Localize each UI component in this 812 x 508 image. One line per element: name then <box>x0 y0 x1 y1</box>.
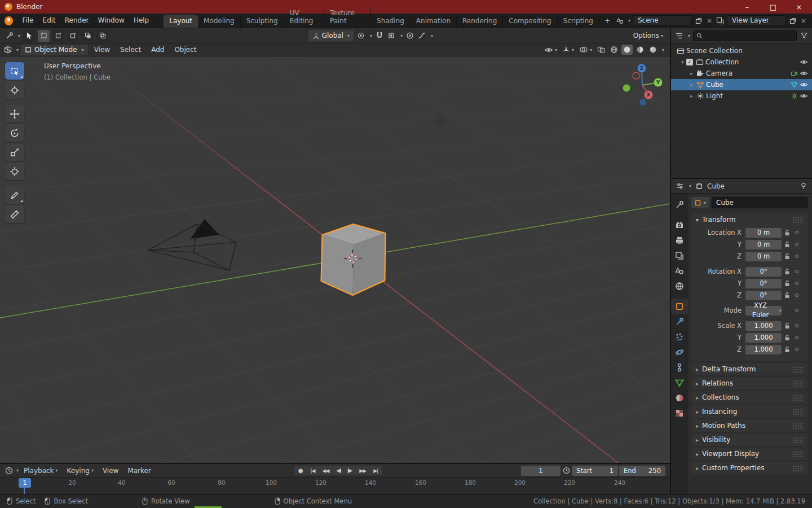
keyframe-dot[interactable] <box>795 282 798 285</box>
location-x-field[interactable]: 0 m <box>745 228 782 238</box>
tab-material[interactable] <box>671 390 688 405</box>
add-workspace-button[interactable]: + <box>599 15 615 28</box>
lock-icon[interactable] <box>782 268 793 275</box>
menu-view[interactable]: View <box>90 46 114 54</box>
row-cube[interactable]: ▸ Cube <box>671 79 812 90</box>
gizmos-dropdown[interactable]: ▾ <box>561 45 576 55</box>
xray-toggle[interactable] <box>595 45 607 54</box>
maximize-button[interactable]: □ <box>760 0 786 14</box>
rotation-y-field[interactable]: 0° <box>745 279 782 288</box>
tab-animation[interactable]: Animation <box>411 15 457 28</box>
tab-modeling[interactable]: Modeling <box>198 15 241 28</box>
tab-shading[interactable]: Shading <box>371 15 411 28</box>
panel-header[interactable]: Relations <box>691 377 807 389</box>
menu-object[interactable]: Object <box>170 46 200 54</box>
eye-icon[interactable] <box>799 80 809 89</box>
rotation-z-field[interactable]: 0° <box>745 291 782 300</box>
tab-rendering[interactable]: Rendering <box>457 15 503 28</box>
blender-menu-icon[interactable] <box>5 16 13 25</box>
transform-tool[interactable] <box>5 163 24 180</box>
menu-keying[interactable]: Keying▾ <box>63 467 98 475</box>
transform-panel-header[interactable]: Transform <box>691 213 807 226</box>
tab-tool[interactable] <box>671 197 688 212</box>
eye-icon[interactable] <box>799 69 809 78</box>
frame-start-field[interactable]: Start 1 <box>572 466 618 476</box>
cube-object[interactable] <box>321 224 386 295</box>
keyframe-dot[interactable] <box>795 270 798 273</box>
keyframe-dot[interactable] <box>795 294 798 297</box>
panel-grip[interactable] <box>793 380 803 387</box>
tab-constraints[interactable] <box>671 360 688 375</box>
mode-dropdown[interactable]: Object Mode ▾ <box>21 45 88 55</box>
filter-icon[interactable] <box>800 31 809 40</box>
tab-compositing[interactable]: Compositing <box>503 15 557 28</box>
tab-output[interactable] <box>671 233 688 248</box>
menu-select[interactable]: Select <box>116 46 145 54</box>
object-visibility-dropdown[interactable]: ▾ <box>542 46 559 54</box>
object-id-dropdown[interactable]: ▾ <box>691 197 709 208</box>
tab-object[interactable] <box>671 299 688 314</box>
rotation-x-field[interactable]: 0° <box>745 267 782 277</box>
timeline-ruler[interactable]: 20 40 60 80 100 120 140 160 180 200 220 … <box>0 478 670 494</box>
next-keyframe-button[interactable]: ▶▶ <box>356 467 369 474</box>
menu-playback[interactable]: Playback▾ <box>20 467 62 475</box>
location-z-field[interactable]: 0 m <box>745 252 782 261</box>
tab-modifiers[interactable] <box>671 314 688 329</box>
tab-layout[interactable]: Layout <box>164 15 198 28</box>
row-scene-collection[interactable]: Scene Collection <box>671 45 812 56</box>
axis-x-negative-ball[interactable] <box>633 72 639 79</box>
menu-window[interactable]: Window <box>94 14 129 28</box>
tab-render[interactable] <box>671 217 688 233</box>
panel-grip[interactable] <box>793 395 803 401</box>
titlebar[interactable]: Blender – □ × <box>0 0 812 14</box>
jump-to-end-button[interactable]: ▶| <box>370 467 381 474</box>
panel-header[interactable]: Custom Properties <box>691 462 807 474</box>
keyframe-dot[interactable] <box>795 348 798 351</box>
select-mode-extend-button[interactable] <box>52 30 64 42</box>
lock-icon[interactable] <box>782 241 793 248</box>
scale-z-field[interactable]: 1.000 <box>745 345 782 354</box>
keyframe-dot[interactable] <box>795 231 798 234</box>
expander-icon[interactable]: ▸ <box>688 82 695 87</box>
proportional-falloff-icon[interactable] <box>417 31 426 40</box>
remove-view-layer-button[interactable]: × <box>800 17 807 25</box>
lock-icon[interactable] <box>782 280 793 287</box>
snap-magnet-icon[interactable] <box>375 31 384 40</box>
eye-icon[interactable] <box>799 91 809 100</box>
expander-icon[interactable]: ▾ <box>679 59 686 65</box>
axis-z-negative-ball[interactable] <box>639 99 646 106</box>
tab-physics[interactable] <box>671 344 688 360</box>
panel-header[interactable]: Collections <box>691 391 807 404</box>
tab-uv-editing[interactable]: UV Editing <box>284 7 324 28</box>
expander-icon[interactable]: ▸ <box>688 93 695 99</box>
panel-header[interactable]: Viewport Display <box>691 448 807 460</box>
active-tool-icon[interactable] <box>23 30 35 42</box>
measure-tool[interactable] <box>5 205 24 223</box>
keyframe-dot[interactable] <box>795 324 798 327</box>
rotate-tool[interactable] <box>5 124 24 142</box>
select-mode-subtract-button[interactable] <box>67 30 79 42</box>
keyframe-dot[interactable] <box>795 255 798 258</box>
panel-grip[interactable] <box>793 465 803 471</box>
unlink-scene-button[interactable]: × <box>705 17 713 25</box>
view-layer-name-field[interactable]: View Layer <box>727 15 786 26</box>
collection-checkbox[interactable] <box>686 59 693 65</box>
tab-sculpting[interactable]: Sculpting <box>241 15 284 28</box>
close-button[interactable]: × <box>786 0 812 14</box>
object-name-field[interactable] <box>712 197 807 208</box>
keyframe-dot[interactable] <box>795 336 798 339</box>
tab-object-data[interactable] <box>671 375 688 390</box>
panel-header[interactable]: Delta Transform <box>691 363 807 375</box>
lock-icon[interactable] <box>782 292 793 299</box>
shading-material-button[interactable] <box>634 45 646 55</box>
pin-icon[interactable] <box>799 182 808 191</box>
viewport-3d[interactable]: Z Y X User Perspective (1) Collection | … <box>0 56 670 463</box>
panel-grip[interactable] <box>793 423 803 429</box>
viewport-editor-type-icon[interactable] <box>3 45 12 54</box>
preview-range-clock-icon[interactable] <box>562 466 571 475</box>
overlays-dropdown[interactable]: ▾ <box>577 45 594 54</box>
new-scene-icon[interactable] <box>694 16 703 25</box>
keyframe-dot[interactable] <box>795 243 798 246</box>
record-button[interactable]: ● <box>295 467 307 474</box>
move-tool[interactable] <box>5 105 24 122</box>
